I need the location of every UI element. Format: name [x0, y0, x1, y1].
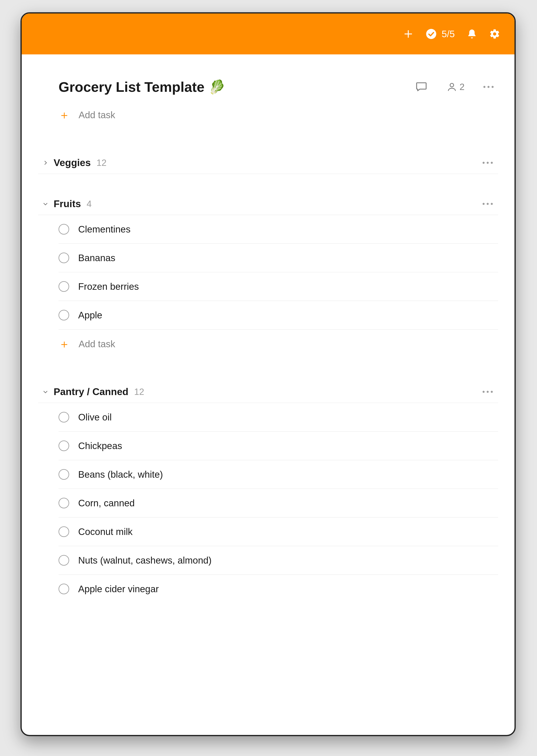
task-label: Apple cider vinegar	[78, 584, 159, 594]
task-list: Clementines Bananas Frozen berries Apple…	[38, 215, 498, 362]
leafy-green-icon: 🥬	[209, 79, 225, 95]
dots-icon	[482, 162, 485, 164]
dots-icon	[483, 86, 485, 88]
gear-icon	[489, 28, 500, 39]
task-label: Clementines	[78, 224, 131, 235]
section-more-button[interactable]	[482, 391, 498, 393]
task-row[interactable]: Frozen berries	[59, 272, 498, 301]
section-header[interactable]: Pantry / Canned 12	[38, 382, 498, 403]
share-button[interactable]: 2	[446, 82, 465, 92]
header-actions: 2	[415, 80, 498, 94]
task-checkbox[interactable]	[59, 498, 69, 509]
task-row[interactable]: Nuts (walnut, cashews, almond)	[59, 546, 498, 575]
svg-point-2	[426, 29, 436, 39]
plus-icon: ＋	[59, 338, 70, 350]
task-label: Nuts (walnut, cashews, almond)	[78, 555, 212, 566]
task-label: Coconut milk	[78, 526, 133, 537]
section-name: Pantry / Canned	[54, 386, 128, 397]
task-label: Corn, canned	[78, 498, 135, 509]
svg-point-3	[450, 84, 453, 87]
task-checkbox[interactable]	[59, 281, 69, 292]
task-row[interactable]: Bananas	[59, 244, 498, 272]
section-fruits: Fruits 4 Clementines Bananas Frozen berr…	[38, 195, 498, 362]
section-header[interactable]: Fruits 4	[38, 195, 498, 215]
task-row[interactable]: Coconut milk	[59, 517, 498, 546]
task-label: Frozen berries	[78, 281, 139, 292]
content-area: Grocery List Template 🥬 2 ＋ Add task	[22, 55, 515, 603]
comment-icon	[415, 80, 428, 93]
section-name: Veggies	[54, 157, 91, 168]
page-title-text: Grocery List Template	[59, 79, 204, 95]
task-checkbox[interactable]	[59, 252, 69, 263]
add-task-label: Add task	[79, 338, 115, 350]
task-checkbox[interactable]	[59, 584, 69, 594]
task-label: Beans (black, white)	[78, 469, 163, 480]
dots-icon	[482, 203, 485, 205]
add-task-label: Add task	[79, 109, 115, 121]
task-checkbox[interactable]	[59, 555, 69, 566]
page-header: Grocery List Template 🥬 2	[38, 55, 498, 101]
section-header[interactable]: Veggies 12	[38, 153, 498, 174]
chevron-down-icon[interactable]	[38, 389, 53, 395]
task-row[interactable]: Apple cider vinegar	[59, 575, 498, 603]
page-title: Grocery List Template 🥬	[59, 79, 415, 95]
check-circle-icon	[426, 28, 437, 39]
section-count: 12	[97, 158, 482, 168]
task-checkbox[interactable]	[59, 310, 69, 321]
section-more-button[interactable]	[482, 203, 498, 205]
task-row[interactable]: Corn, canned	[59, 489, 498, 517]
add-task-button[interactable]: ＋ Add task	[38, 101, 498, 133]
task-row[interactable]: Apple	[59, 301, 498, 330]
bell-icon	[467, 29, 477, 39]
task-row[interactable]: Beans (black, white)	[59, 460, 498, 489]
dots-icon	[482, 391, 485, 393]
comments-button[interactable]	[415, 80, 428, 94]
section-veggies: Veggies 12	[38, 153, 498, 174]
task-label: Chickpeas	[78, 440, 122, 451]
task-row[interactable]: Chickpeas	[59, 432, 498, 460]
task-checkbox[interactable]	[59, 526, 69, 537]
notifications-button[interactable]	[467, 29, 477, 39]
plus-icon	[403, 28, 414, 39]
task-label: Olive oil	[78, 412, 112, 423]
more-button[interactable]	[483, 86, 494, 88]
task-label: Bananas	[78, 252, 115, 263]
task-checkbox[interactable]	[59, 412, 69, 423]
add-task-button[interactable]: ＋ Add task	[59, 330, 498, 362]
task-row[interactable]: Olive oil	[59, 403, 498, 432]
section-count: 12	[134, 387, 482, 397]
chevron-right-icon[interactable]	[38, 160, 53, 166]
karma-indicator[interactable]: 5/5	[426, 28, 455, 39]
person-icon	[446, 82, 457, 92]
share-count: 2	[460, 82, 465, 92]
section-pantry: Pantry / Canned 12 Olive oil Chickpeas B…	[38, 382, 498, 603]
karma-text: 5/5	[442, 28, 455, 39]
task-row[interactable]: Clementines	[59, 215, 498, 244]
task-checkbox[interactable]	[59, 440, 69, 451]
plus-icon: ＋	[59, 109, 70, 121]
top-bar: 5/5	[22, 14, 515, 55]
task-label: Apple	[78, 310, 102, 321]
section-name: Fruits	[54, 198, 81, 209]
section-count: 4	[87, 199, 482, 209]
task-checkbox[interactable]	[59, 469, 69, 480]
add-button[interactable]	[403, 28, 414, 39]
chevron-down-icon[interactable]	[38, 201, 53, 207]
settings-button[interactable]	[489, 28, 500, 39]
section-more-button[interactable]	[482, 162, 498, 164]
app-window: 5/5 Grocery List Template 🥬 2	[21, 12, 516, 736]
task-list: Olive oil Chickpeas Beans (black, white)…	[38, 403, 498, 603]
task-checkbox[interactable]	[59, 224, 69, 235]
